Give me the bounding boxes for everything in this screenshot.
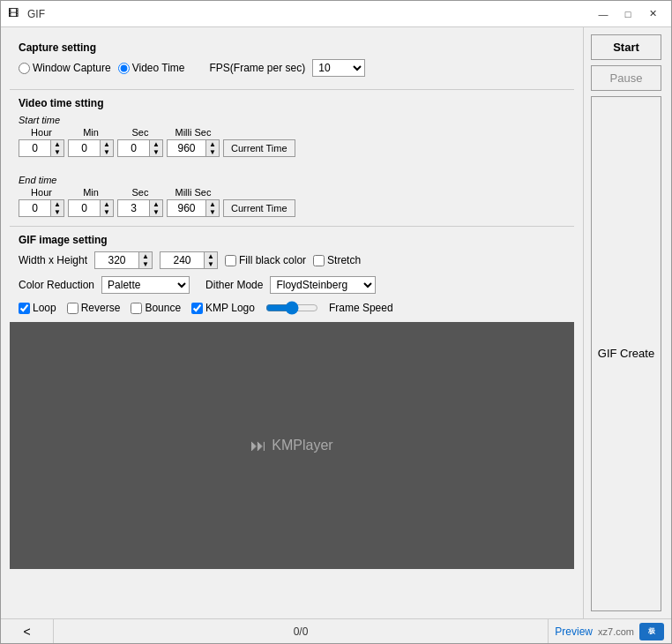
height-down[interactable]: ▼ — [205, 260, 217, 268]
video-time-radio[interactable] — [118, 63, 130, 74]
pause-button[interactable]: Pause — [591, 65, 661, 91]
start-milli-down[interactable]: ▼ — [206, 148, 219, 156]
end-milli-spinbox: ▲ ▼ — [167, 199, 220, 217]
end-sec-down[interactable]: ▼ — [150, 208, 162, 216]
minimize-button[interactable]: — — [592, 5, 615, 23]
bounce-label: Bounce — [145, 302, 181, 314]
gif-image-section: GIF image setting Width x Height ▲ ▼ — [10, 230, 574, 322]
end-milli-up[interactable]: ▲ — [206, 200, 219, 208]
start-time-group: Start time Hour ▲ ▼ — [19, 115, 295, 157]
start-button[interactable]: Start — [591, 34, 661, 60]
start-min-label: Min — [83, 127, 99, 138]
start-milli-input[interactable] — [167, 139, 205, 157]
reverse-checkbox[interactable] — [67, 303, 78, 314]
kmp-logo-checkbox[interactable] — [191, 303, 203, 314]
fps-select[interactable]: 581015202530 — [312, 59, 365, 77]
start-sec-input[interactable] — [117, 139, 149, 157]
start-min-down[interactable]: ▼ — [101, 148, 113, 156]
end-hour-arrows: ▲ ▼ — [50, 199, 64, 217]
height-up[interactable]: ▲ — [205, 252, 217, 260]
end-current-time-button[interactable]: Current Time — [223, 199, 295, 217]
start-current-time-button[interactable]: Current Time — [223, 139, 295, 157]
window-capture-radio[interactable] — [19, 63, 30, 74]
start-sec-label: Sec — [132, 127, 149, 138]
start-sec-group: Sec ▲ ▼ — [117, 127, 163, 157]
end-sec-arrows: ▲ ▼ — [149, 199, 163, 217]
start-sec-down[interactable]: ▼ — [150, 148, 162, 156]
status-counter: 0/0 — [54, 625, 548, 638]
end-milli-down[interactable]: ▼ — [206, 208, 219, 216]
kmp-logo-option[interactable]: KMP Logo — [191, 302, 255, 314]
end-sec-up[interactable]: ▲ — [150, 200, 162, 208]
frame-speed-slider-wrap — [265, 301, 318, 315]
end-min-down[interactable]: ▼ — [101, 208, 113, 216]
stretch-checkbox[interactable] — [313, 255, 325, 266]
player-name: KMPlayer — [272, 438, 332, 453]
end-min-spinbox: ▲ ▼ — [68, 199, 114, 217]
dither-mode-select[interactable]: FloydSteinberg None Ordered — [270, 276, 376, 294]
start-hour-spinbox: ▲ ▼ — [19, 139, 64, 157]
stretch-label: Stretch — [327, 254, 361, 266]
height-input[interactable] — [160, 251, 204, 269]
back-button[interactable]: < — [1, 619, 54, 643]
end-min-up[interactable]: ▲ — [101, 200, 113, 208]
frame-speed-slider[interactable] — [265, 301, 318, 315]
window-title: GIF — [27, 8, 592, 20]
reverse-option[interactable]: Reverse — [67, 302, 121, 314]
bounce-checkbox[interactable] — [131, 303, 142, 314]
end-hour-up[interactable]: ▲ — [51, 200, 63, 208]
end-sec-label: Sec — [132, 187, 149, 198]
width-height-row: Width x Height ▲ ▼ ▲ ▼ — [19, 251, 565, 269]
width-down[interactable]: ▼ — [139, 260, 152, 268]
kmp-logo-label: KMP Logo — [205, 302, 255, 314]
start-hour-input[interactable] — [19, 139, 50, 157]
loop-row: Loop Reverse Bounce KMP Logo — [19, 301, 565, 315]
start-min-group: Min ▲ ▼ — [68, 127, 114, 157]
end-min-input[interactable] — [68, 199, 100, 217]
right-panel: Start Pause GIF Create — [583, 27, 671, 618]
status-bar: < 0/0 Preview xz7.com 极 — [1, 618, 671, 643]
start-min-arrows: ▲ ▼ — [100, 139, 114, 157]
end-time-group: End time Hour ▲ ▼ — [19, 175, 295, 217]
width-spinbox: ▲ ▼ — [94, 251, 153, 269]
status-right: Preview xz7.com 极 — [548, 619, 671, 643]
start-milli-group: Milli Sec ▲ ▼ — [167, 127, 220, 157]
window-capture-option[interactable]: Window Capture — [19, 62, 111, 74]
bounce-option[interactable]: Bounce — [131, 302, 181, 314]
fill-black-option[interactable]: Fill black color — [225, 254, 306, 266]
loop-option[interactable]: Loop — [19, 302, 56, 314]
stretch-option[interactable]: Stretch — [313, 254, 361, 266]
gif-image-title: GIF image setting — [19, 234, 565, 246]
loop-label: Loop — [33, 302, 56, 314]
color-reduction-select[interactable]: Palette Optimized Fixed — [101, 276, 190, 294]
width-up[interactable]: ▲ — [139, 252, 152, 260]
end-sec-spinbox: ▲ ▼ — [117, 199, 163, 217]
gif-create-button[interactable]: GIF Create — [591, 96, 661, 611]
loop-checkbox[interactable] — [19, 303, 30, 314]
start-hour-up[interactable]: ▲ — [51, 140, 63, 148]
watermark-icon: 极 — [639, 623, 664, 640]
start-milli-label: Milli Sec — [175, 127, 212, 138]
start-sec-arrows: ▲ ▼ — [149, 139, 163, 157]
start-min-up[interactable]: ▲ — [101, 140, 113, 148]
end-milli-input[interactable] — [167, 199, 205, 217]
start-sec-up[interactable]: ▲ — [150, 140, 162, 148]
maximize-button[interactable]: □ — [616, 5, 639, 23]
start-milli-up[interactable]: ▲ — [206, 140, 219, 148]
fill-black-label: Fill black color — [239, 254, 306, 266]
title-bar: 🎞 GIF — □ ✕ — [1, 1, 671, 27]
fill-black-checkbox[interactable] — [225, 255, 236, 266]
end-hour-input[interactable] — [19, 199, 50, 217]
vtime-section-title: Video time stting — [19, 97, 565, 109]
end-hour-down[interactable]: ▼ — [51, 208, 63, 216]
width-input[interactable] — [94, 251, 138, 269]
close-button[interactable]: ✕ — [641, 5, 664, 23]
video-time-section: Video time stting Start time Hour ▲ — [10, 94, 574, 222]
player-icon: ⏭ — [250, 437, 266, 455]
start-min-input[interactable] — [68, 139, 100, 157]
end-milli-group: Milli Sec ▲ ▼ — [167, 187, 220, 217]
end-sec-input[interactable] — [117, 199, 149, 217]
height-arrows: ▲ ▼ — [204, 251, 218, 269]
video-time-option[interactable]: Video Time — [118, 62, 185, 74]
start-hour-down[interactable]: ▼ — [51, 148, 63, 156]
